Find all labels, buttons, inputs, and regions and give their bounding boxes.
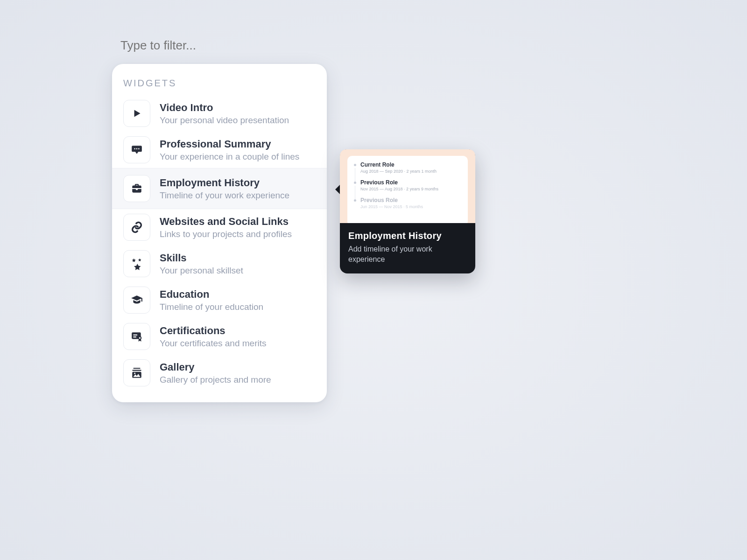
widget-desc: Timeline of your work experience: [160, 190, 289, 201]
widget-desc: Links to your projects and profiles: [160, 229, 292, 239]
stars-icon: [123, 250, 150, 277]
preview-popover: Current Role Aug 2018 — Sep 2020 · 2 yea…: [340, 149, 475, 273]
timeline-title: Previous Role: [360, 197, 461, 203]
timeline-title: Previous Role: [360, 179, 461, 186]
widget-desc: Your personal skillset: [160, 266, 243, 276]
widget-item-employment-history[interactable]: Employment History Timeline of your work…: [112, 168, 327, 209]
section-label: WIDGETS: [112, 75, 327, 95]
svg-point-0: [134, 148, 135, 150]
widget-title: Gallery: [160, 361, 271, 373]
timeline-row: Current Role Aug 2018 — Sep 2020 · 2 yea…: [354, 161, 461, 174]
svg-point-1: [136, 148, 138, 150]
preview-desc: Add timeline of your work experience: [348, 244, 467, 264]
widget-title: Websites and Social Links: [160, 216, 292, 228]
widget-item-websites-social-links[interactable]: Websites and Social Links Links to your …: [112, 209, 327, 245]
widget-desc: Your certificates and merits: [160, 338, 266, 349]
svg-rect-4: [133, 335, 137, 336]
play-icon: [123, 100, 150, 127]
timeline-title: Current Role: [360, 161, 461, 168]
widget-item-professional-summary[interactable]: Professional Summary Your experience in …: [112, 132, 327, 168]
timeline-meta: Jun 2015 — Nov 2015 · 5 months: [360, 204, 461, 209]
gallery-icon: [123, 359, 150, 386]
widget-panel: WIDGETS Video Intro Your personal video …: [112, 64, 327, 402]
graduation-icon: [123, 287, 150, 314]
svg-rect-5: [133, 336, 136, 337]
widget-desc: Gallery of projects and more: [160, 375, 271, 385]
widget-title: Certifications: [160, 325, 266, 337]
preview-title: Employment History: [348, 231, 467, 241]
widget-item-video-intro[interactable]: Video Intro Your personal video presenta…: [112, 95, 327, 132]
widget-title: Professional Summary: [160, 138, 299, 150]
preview-thumbnail: Current Role Aug 2018 — Sep 2020 · 2 yea…: [340, 149, 475, 223]
widget-item-gallery[interactable]: Gallery Gallery of projects and more: [112, 355, 327, 391]
popover-arrow: [335, 185, 340, 194]
link-icon: [123, 214, 150, 241]
svg-point-11: [134, 373, 135, 374]
timeline-meta: Aug 2018 — Sep 2020 · 2 years 1 month: [360, 169, 461, 174]
preview-timeline: Current Role Aug 2018 — Sep 2020 · 2 yea…: [347, 156, 468, 223]
svg-rect-8: [133, 368, 140, 369]
widget-item-certifications[interactable]: Certifications Your certificates and mer…: [112, 318, 327, 355]
svg-rect-9: [132, 370, 141, 371]
timeline-row: Previous Role Nov 2015 — Aug 2018 · 2 ye…: [354, 179, 461, 191]
timeline-meta: Nov 2015 — Aug 2018 · 2 years 9 months: [360, 187, 461, 191]
widget-desc: Your personal video presentation: [160, 115, 289, 126]
widget-title: Video Intro: [160, 102, 289, 114]
widget-title: Skills: [160, 252, 243, 264]
widget-title: Education: [160, 288, 263, 301]
timeline-row: Previous Role Jun 2015 — Nov 2015 · 5 mo…: [354, 197, 461, 209]
widget-desc: Timeline of your education: [160, 302, 263, 312]
svg-point-7: [139, 337, 141, 339]
chat-icon: [123, 136, 150, 163]
svg-rect-10: [132, 372, 141, 378]
svg-point-2: [138, 148, 140, 150]
briefcase-icon: [123, 175, 150, 202]
widget-item-skills[interactable]: Skills Your personal skillset: [112, 245, 327, 282]
widget-item-education[interactable]: Education Timeline of your education: [112, 282, 327, 318]
filter-input[interactable]: [120, 38, 307, 53]
widget-desc: Your experience in a couple of lines: [160, 152, 299, 162]
widget-title: Employment History: [160, 177, 289, 189]
certificate-icon: [123, 323, 150, 350]
